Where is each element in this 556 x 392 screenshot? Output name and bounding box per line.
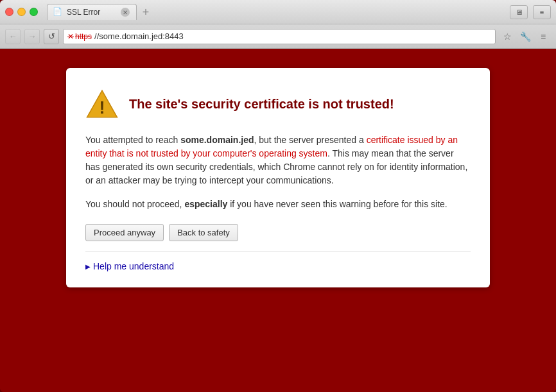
proceed-anyway-button[interactable]: Proceed anyway: [85, 224, 164, 241]
window-ctrl-2[interactable]: ≡: [533, 5, 551, 19]
window-controls-right: 🖥 ≡: [510, 5, 551, 19]
address-url: //some.domain.jed:8443: [94, 31, 184, 41]
body-domain: some.domain.jed: [180, 135, 254, 145]
error-card: ! The site's security certificate is not…: [66, 68, 490, 287]
star-icon: ☆: [503, 31, 512, 42]
new-tab-button[interactable]: +: [137, 4, 155, 20]
window-ctrl-1[interactable]: 🖥: [510, 5, 528, 19]
second-para-bold: especially: [184, 199, 227, 209]
https-text: https: [75, 32, 92, 41]
error-header: ! The site's security certificate is not…: [85, 87, 471, 121]
help-me-understand-link[interactable]: ▶ Help me understand: [85, 261, 471, 271]
browser-window: 📄 SSL Error ✕ + 🖥 ≡ ← → ↺ ✕ https: [0, 0, 556, 392]
svg-text:!: !: [99, 98, 105, 117]
address-bar[interactable]: ✕ https //some.domain.jed:8443: [63, 29, 496, 44]
back-button[interactable]: ←: [5, 29, 21, 44]
action-buttons: Proceed anyway Back to safety: [85, 224, 471, 241]
tab-title: SSL Error: [67, 8, 100, 17]
maximize-traffic-light[interactable]: [30, 8, 38, 16]
broken-lock-icon: ✕: [67, 32, 74, 41]
body-prefix: You attempted to reach: [85, 135, 180, 145]
help-link-text: Help me understand: [93, 261, 174, 271]
nav-bar: ← → ↺ ✕ https //some.domain.jed:8443 ☆ 🔧: [0, 24, 556, 49]
close-traffic-light[interactable]: [5, 8, 13, 16]
forward-button[interactable]: →: [24, 29, 40, 44]
second-para-suffix: if you have never seen this warning befo…: [227, 199, 447, 209]
key-button[interactable]: 🔧: [517, 29, 533, 44]
menu-button[interactable]: ≡: [535, 29, 551, 44]
title-bar: 📄 SSL Error ✕ + 🖥 ≡: [0, 0, 556, 24]
tab-page-icon: 📄: [53, 7, 63, 17]
error-body-text: You attempted to reach some.domain.jed, …: [85, 133, 471, 187]
back-icon: ←: [9, 31, 17, 41]
key-icon: 🔧: [520, 31, 531, 42]
warning-triangle-icon: !: [85, 87, 119, 121]
error-title: The site's security certificate is not t…: [129, 97, 394, 112]
https-badge: ✕ https: [67, 32, 92, 41]
second-para-text: You should not proceed, especially if yo…: [85, 198, 471, 211]
second-para-prefix: You should not proceed,: [85, 199, 184, 209]
forward-icon: →: [28, 31, 37, 41]
reload-icon: ↺: [48, 31, 55, 41]
address-text: //some.domain.jed:8443: [94, 31, 184, 41]
nav-right-buttons: ☆ 🔧 ≡: [500, 29, 551, 44]
menu-icon: ≡: [541, 31, 546, 42]
bookmark-button[interactable]: ☆: [500, 29, 515, 44]
tabs-area: 📄 SSL Error ✕ +: [44, 4, 510, 20]
divider: [85, 251, 471, 252]
tab-close-button[interactable]: ✕: [121, 8, 130, 17]
back-to-safety-button[interactable]: Back to safety: [169, 224, 238, 241]
body-middle: , but the server presented a: [254, 135, 367, 145]
page-content: ! The site's security certificate is not…: [0, 49, 556, 392]
reload-button[interactable]: ↺: [44, 29, 59, 44]
active-tab[interactable]: 📄 SSL Error ✕: [47, 4, 137, 20]
chevron-right-icon: ▶: [85, 263, 91, 270]
traffic-lights: [5, 8, 38, 16]
minimize-traffic-light[interactable]: [17, 8, 26, 16]
